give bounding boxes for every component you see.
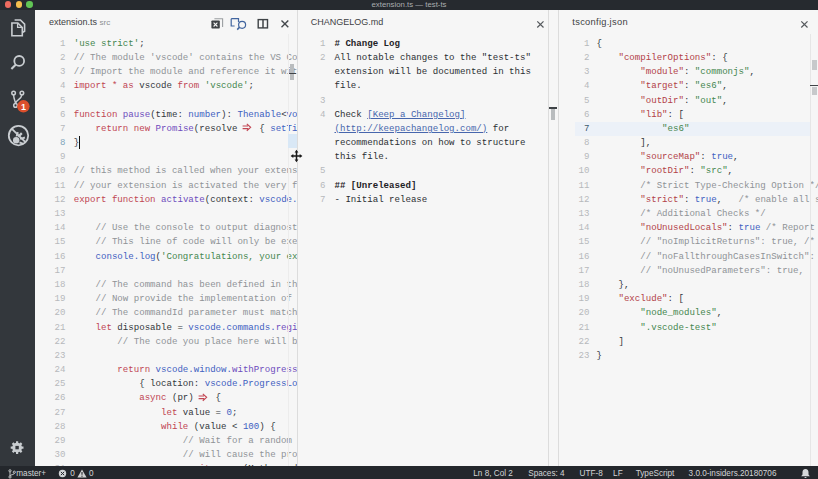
svg-text:1: 1 (21, 102, 26, 112)
